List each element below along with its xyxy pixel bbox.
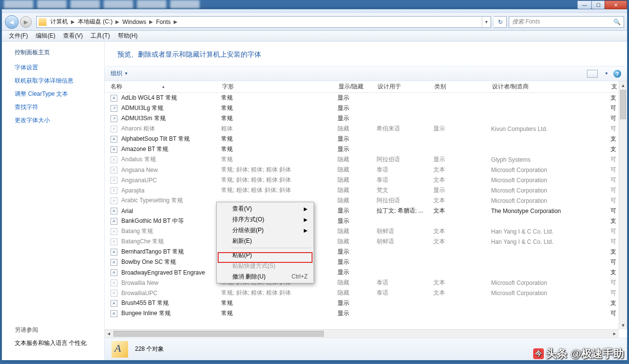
font-name: BrowalliaUPC [121,290,221,297]
font-row[interactable]: AAdLib WGL4 BT 常规常规显示支 [105,93,627,103]
search-input[interactable]: 搜索 Fonts 🔍 [509,16,624,28]
column-designed-for[interactable]: 设计用于 [372,81,428,92]
font-row[interactable]: ABernhardTango BT 常规显示支 [105,247,627,257]
scroll-thumb[interactable] [620,90,626,119]
context-item[interactable]: 撤消 删除(U)Ctrl+Z [218,271,313,282]
control-panel-home[interactable]: 控制面板主页 [15,48,104,57]
column-designer[interactable]: 设计者/制造商 [486,81,606,92]
breadcrumb-item[interactable]: 计算机 [49,18,69,26]
address-bar[interactable]: 计算机▶ 本地磁盘 (C:)▶ Windows▶ Fonts▶ ▾ [36,16,491,28]
context-item[interactable]: 刷新(E) [218,236,313,246]
chevron-right-icon[interactable]: ▶ [113,19,121,24]
chevron-down-icon[interactable]: ▼ [124,71,128,76]
view-options-button[interactable] [587,70,598,78]
menu-edit[interactable]: 编辑(E) [32,32,59,40]
help-icon[interactable]: ? [613,70,621,78]
sidebar-link-find-char[interactable]: 查找字符 [15,103,104,111]
submenu-arrow-icon: ▶ [304,217,308,222]
font-name: Amazone BT 常规 [121,145,221,153]
sidebar-link-font-settings[interactable]: 字体设置 [15,64,104,72]
column-showhide[interactable]: 显示/隐藏 [333,81,372,92]
font-file-icon: ↗ [111,105,117,112]
context-item[interactable]: 分组依据(P)▶ [218,225,313,236]
menu-help[interactable]: 帮助(H) [114,32,142,40]
scroll-left-icon[interactable]: ◄ [105,330,113,338]
font-category: 文本 [433,278,491,287]
context-item[interactable]: 排序方式(O)▶ [218,214,313,225]
scroll-right-icon[interactable]: ► [610,330,619,338]
background-taskbar [0,0,629,9]
maximize-button[interactable]: ☐ [591,0,605,9]
menu-file[interactable]: 文件(F) [5,32,32,40]
font-row[interactable]: ↗ADMUI3Lg 常规常规显示可 [105,103,627,113]
font-row[interactable]: ABroadwayEngraved BT Engrave显示支 [105,267,627,278]
context-label: 刷新(E) [232,237,252,245]
chevron-right-icon[interactable]: ▶ [147,19,155,24]
font-row[interactable]: AAlphabetSoup Tilt BT 常规常规显示支 [105,134,627,144]
forward-button[interactable]: ► [20,16,32,28]
font-name: ADMUI3Lg 常规 [121,104,221,112]
font-row[interactable]: ABankGothic Md BT 中等显示支 [105,216,627,226]
scroll-up-icon[interactable]: ▲ [619,81,627,89]
font-showhide: 显示 [337,258,377,266]
font-row[interactable]: ↗ADMUI3Sm 常规常规显示可 [105,113,627,124]
see-also-personalization[interactable]: 个性化 [69,340,87,346]
font-row[interactable]: ABatang 常规隐藏朝鲜语文本Han Yang I & C Co. Ltd.… [105,226,627,236]
search-icon[interactable]: 🔍 [613,19,621,25]
sidebar-link-change-size[interactable]: 更改字体大小 [15,116,104,125]
font-row[interactable]: ABowlby One SC 常规显示可 [105,257,627,267]
font-file-icon: A [111,259,117,266]
column-name[interactable]: 名称▲ [105,81,216,92]
font-row[interactable]: ABrowallia New常规; 斜体; 粗体; 粗体 斜体隐藏泰语文本Mic… [105,278,627,288]
breadcrumb-item[interactable]: 本地磁盘 (C:) [77,18,113,26]
sidebar-link-cleartype[interactable]: 调整 ClearType 文本 [15,90,104,98]
font-style: 常规 [221,135,337,143]
font-row[interactable]: AArial显示拉丁文; 希腊语; ...文本The Monotype Corp… [105,206,627,216]
back-button[interactable]: ◄ [5,15,19,29]
font-category: 文本 [433,207,491,215]
font-row[interactable]: ABatangChe 常规隐藏朝鲜语文本Han Yang I & C Co. L… [105,236,627,247]
column-category[interactable]: 类别 [428,81,486,92]
font-row[interactable]: AArabic Typesetting 常规隐藏阿拉伯语文本Microsoft … [105,195,627,206]
scroll-thumb[interactable] [113,331,324,337]
font-row[interactable]: AAndalus 常规常规隐藏阿拉伯语显示Glyph Systems可 [105,154,627,165]
address-dropdown[interactable]: ▾ [482,17,491,27]
font-showhide: 显示 [337,94,377,102]
font-row[interactable]: ABungee Inline 常规常规显示可 [105,308,627,319]
vertical-scrollbar[interactable]: ▲ ▼ [619,81,627,329]
font-showhide: 隐藏 [337,166,377,174]
refresh-button[interactable]: ↻ [494,16,507,28]
chevron-right-icon[interactable]: ▶ [172,19,180,24]
font-row[interactable]: AAngsanaUPC常规; 斜体; 粗体; 粗体 斜体隐藏泰语文本Micros… [105,175,627,185]
context-item[interactable]: 粘贴(P) [218,250,313,260]
chevron-down-icon[interactable]: ▼ [605,71,608,76]
font-row[interactable]: AAharoni 粗体粗体隐藏希伯来语显示Kivun Computers Ltd… [105,124,627,134]
titlebar[interactable]: — ☐ ✕ [2,9,627,13]
font-style: 常规; 斜体; 粗体; 粗体 斜体 [221,176,337,184]
font-row[interactable]: AAparajita常规; 粗体; 粗体 斜体; 斜体隐藏梵文显示Microso… [105,185,627,195]
font-name: AngsanaUPC [121,177,221,184]
font-designer: Glyph Systems [491,156,610,163]
minimize-button[interactable]: — [577,0,592,9]
breadcrumb-item[interactable]: Fonts [155,19,172,25]
horizontal-scrollbar[interactable]: ◄ ► [105,329,619,338]
menu-view[interactable]: 查看(V) [59,32,87,40]
font-row[interactable]: ABrush455 BT 常规常规显示支 [105,298,627,308]
context-item[interactable]: 查看(V)▶ [218,203,313,214]
font-row[interactable]: AAmazone BT 常规常规显示支 [105,144,627,154]
see-also-text-services[interactable]: 文本服务和输入语言 [15,340,67,346]
close-button[interactable]: ✕ [605,0,627,9]
column-style[interactable]: 字形 [216,81,333,92]
font-row[interactable]: AAngsana New常规; 斜体; 粗体; 粗体 斜体隐藏泰语文本Micro… [105,165,627,175]
menu-tools[interactable]: 工具(T) [87,32,113,40]
font-style: 粗体 [221,125,337,133]
scroll-down-icon[interactable]: ▼ [619,321,627,329]
organize-button[interactable]: 组织 [111,69,122,78]
font-designed-for: 泰语 [377,289,433,297]
sidebar-link-online-fonts[interactable]: 联机获取字体详细信息 [15,77,104,85]
breadcrumb-item[interactable]: Windows [121,19,147,25]
font-name: Bungee Inline 常规 [121,309,221,318]
context-label: 排序方式(O) [232,215,264,224]
chevron-right-icon[interactable]: ▶ [69,19,77,24]
font-row[interactable]: ABrowalliaUPC常规; 斜体; 粗体; 粗体 斜体隐藏泰语文本Micr… [105,288,627,298]
